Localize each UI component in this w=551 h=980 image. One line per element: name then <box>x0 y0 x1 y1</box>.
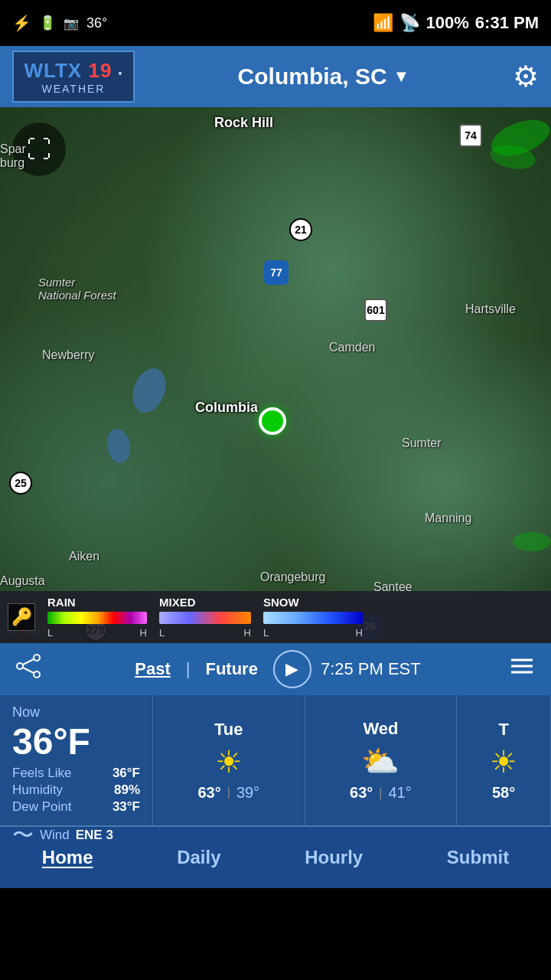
snow-bar <box>263 612 363 624</box>
nav-home[interactable]: Home <box>24 841 112 874</box>
location-selector[interactable]: Columbia, SC ▼ <box>238 64 410 90</box>
dew-point-row: Dew Point 33°F <box>12 799 140 815</box>
wifi-icon: 📶 <box>373 13 393 33</box>
weather-info-bar: Now 36°F Feels Like 36°F Humidity 89% De… <box>0 695 551 825</box>
signal-icon: 📡 <box>399 13 420 33</box>
svg-point-1 <box>17 663 23 669</box>
logo-wltx-label: WLTX <box>24 59 82 82</box>
now-label: Now <box>12 704 40 720</box>
logo-weather-label: WEATHER <box>42 83 106 95</box>
wednesday-temps: 63° | 41° <box>350 784 412 802</box>
tuesday-label: Tue <box>214 720 243 740</box>
mixed-lh: L H <box>159 627 251 639</box>
snow-legend: SNOW L H <box>263 596 363 639</box>
rain-legend: RAIN L H <box>47 596 147 639</box>
snow-low: L <box>263 627 269 639</box>
fullscreen-button[interactable]: ⛶ <box>12 122 66 176</box>
notification-icon: 📷 <box>64 16 79 31</box>
tuesday-icon: ☀ <box>215 744 243 779</box>
mixed-label: MIXED <box>159 596 196 609</box>
status-bar: ⚡ 🔋 📷 36° 📶 📡 100% 6:31 PM <box>0 0 551 46</box>
dew-point-label: Dew Point <box>12 799 71 815</box>
feels-like-row: Feels Like 36°F <box>12 766 140 781</box>
mixed-legend: MIXED L H <box>159 596 251 639</box>
snow-lh: L H <box>263 627 363 639</box>
nav-daily[interactable]: Daily <box>158 841 239 874</box>
forecast-tuesday[interactable]: Tue ☀ 63° | 39° <box>153 695 305 825</box>
battery-full-icon: 🔋 <box>39 15 56 31</box>
snow-label: SNOW <box>263 596 299 609</box>
station-logo: WLTX 19 • WEATHER <box>12 51 135 103</box>
feels-like-value: 36°F <box>112 766 140 781</box>
location-text: Columbia, SC <box>238 64 387 90</box>
status-left-icons: ⚡ 🔋 📷 36° <box>12 14 107 32</box>
nav-submit[interactable]: Submit <box>429 841 527 874</box>
play-icon: ▶ <box>285 659 298 679</box>
snow-high: H <box>356 627 363 639</box>
past-button[interactable]: Past <box>129 658 176 681</box>
svg-line-4 <box>23 668 34 673</box>
nav-hourly[interactable]: Hourly <box>286 841 381 874</box>
tuesday-sep: | <box>227 786 230 799</box>
i77-sign: 77 <box>264 260 289 285</box>
mixed-high: H <box>244 627 251 639</box>
map-background <box>0 107 551 643</box>
wednesday-icon: ⛅ <box>361 743 399 779</box>
time-controls: Past | Future ▶ 7:25 PM EST <box>129 650 421 688</box>
thursday-high: 58° <box>492 784 515 802</box>
radar-legend: 🔑 RAIN L H MIXED L H SNOW L H <box>0 591 551 643</box>
time-display: 7:25 PM EST <box>321 659 421 679</box>
separator: | <box>186 659 191 679</box>
tuesday-low: 39° <box>236 784 259 802</box>
legend-key-button[interactable]: 🔑 <box>8 603 35 631</box>
temp-label: 36° <box>86 15 107 31</box>
user-location-marker <box>259 407 286 435</box>
thursday-temps: 58° <box>492 784 515 802</box>
forecast-strip: Tue ☀ 63° | 39° Wed ⛅ 63° | 41° T ☀ 58° <box>153 695 551 825</box>
layers-button[interactable] <box>508 652 536 686</box>
mixed-low: L <box>159 627 165 639</box>
play-button[interactable]: ▶ <box>273 650 311 688</box>
location-dropdown-arrow: ▼ <box>393 67 410 87</box>
rain-bar <box>47 612 147 624</box>
humidity-label: Humidity <box>12 782 63 798</box>
logo-19-label: 19 <box>88 59 112 82</box>
svg-point-2 <box>34 671 40 678</box>
thursday-icon: ☀ <box>490 744 517 779</box>
tuesday-high: 63° <box>197 784 220 802</box>
svg-line-3 <box>23 659 34 665</box>
playback-controls: Past | Future ▶ 7:25 PM EST <box>0 643 551 695</box>
wednesday-label: Wed <box>363 719 398 739</box>
expand-icon: ⛶ <box>27 136 51 164</box>
current-temperature: 36°F <box>12 720 140 763</box>
app-header: WLTX 19 • WEATHER Columbia, SC ▼ ⚙ <box>0 46 551 107</box>
svg-point-0 <box>34 655 40 661</box>
radar-patch-3 <box>513 532 551 551</box>
humidity-value: 89% <box>114 782 140 798</box>
current-conditions: Now 36°F Feels Like 36°F Humidity 89% De… <box>0 695 153 825</box>
us21-sign: 21 <box>289 218 312 241</box>
weather-map[interactable]: ⛶ Rock Hill Sparburg SumterNational Fore… <box>0 107 551 643</box>
logo-wltx-text: WLTX 19 • <box>24 59 122 83</box>
settings-button[interactable]: ⚙ <box>513 60 539 93</box>
humidity-row: Humidity 89% <box>12 782 140 798</box>
forecast-thursday[interactable]: T ☀ 58° <box>457 695 551 825</box>
thursday-label: T <box>498 720 508 740</box>
rain-label: RAIN <box>47 596 76 609</box>
usb-icon: ⚡ <box>12 14 31 32</box>
wednesday-low: 41° <box>388 784 411 802</box>
weather-details: Feels Like 36°F Humidity 89% Dew Point 3… <box>12 766 140 850</box>
battery-percent: 100% <box>426 13 469 33</box>
share-button[interactable] <box>15 653 41 685</box>
wednesday-sep: | <box>379 786 382 800</box>
clock: 6:31 PM <box>475 13 539 33</box>
dew-point-value: 33°F <box>112 799 140 815</box>
us25-sign: 25 <box>9 472 32 495</box>
mixed-bar <box>159 612 251 624</box>
key-icon: 🔑 <box>11 607 32 627</box>
rain-lh: L H <box>47 627 147 639</box>
future-button[interactable]: Future <box>199 658 263 681</box>
status-right: 📶 📡 100% 6:31 PM <box>373 13 539 33</box>
rain-high: H <box>140 627 147 639</box>
forecast-wednesday[interactable]: Wed ⛅ 63° | 41° <box>305 695 458 825</box>
